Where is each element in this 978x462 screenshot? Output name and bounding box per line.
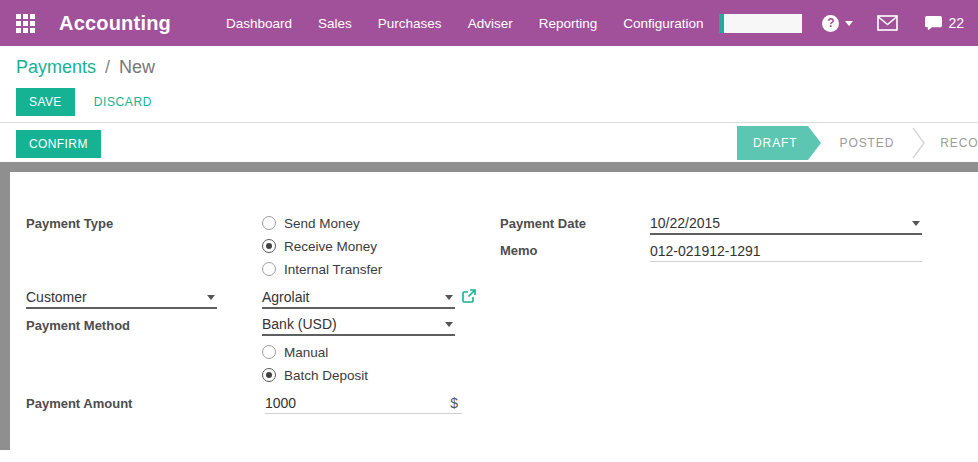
radio-icon [262,239,276,253]
payment-amount-label: Payment Amount [26,396,132,411]
status-reconciled[interactable]: RECONCILED [926,126,978,160]
breadcrumb-payments-link[interactable]: Payments [16,57,96,77]
currency-symbol: $ [450,395,458,411]
nav-item-configuration[interactable]: Configuration [610,16,716,31]
nav-item-reporting[interactable]: Reporting [526,16,611,31]
radio-icon [262,262,276,276]
journal-value: Bank (USD) [262,316,445,332]
payment-amount-value: 1000 [265,395,450,411]
help-icon: ? [822,15,839,32]
memo-label: Memo [500,243,538,258]
radio-icon [262,368,276,382]
record-action-buttons: SAVE DISCARD [16,88,152,116]
breadcrumb-separator: / [105,57,110,77]
apps-grid-icon [16,14,35,33]
dropdown-caret-icon [445,295,453,300]
radio-batch-deposit[interactable]: Batch Deposit [262,366,368,384]
payment-date-field[interactable]: 10/22/2015 [650,213,922,235]
chat-bubble-icon [924,15,943,32]
payment-method-label: Payment Method [26,318,130,333]
status-draft[interactable]: DRAFT [737,126,808,160]
messages-count: 22 [948,15,964,31]
partner-value: Agrolait [262,289,445,305]
nav-item-dashboard[interactable]: Dashboard [213,16,305,31]
radio-label: Send Money [284,216,360,231]
radio-label: Batch Deposit [284,368,368,383]
chevron-down-icon [845,21,853,26]
status-pipeline: DRAFT POSTED RECONCILED [737,126,978,160]
memo-value: 012-021912-1291 [650,243,922,259]
radio-manual[interactable]: Manual [262,343,328,361]
user-menu[interactable] [719,14,802,33]
payment-amount-field[interactable]: 1000 $ [265,392,462,414]
confirm-button[interactable]: CONFIRM [16,130,101,158]
radio-label: Receive Money [284,239,377,254]
payment-type-label: Payment Type [26,216,113,231]
external-link-icon [462,289,476,303]
payment-date-value: 10/22/2015 [650,215,912,231]
radio-icon [262,345,276,359]
control-panel: Payments / New SAVE DISCARD [0,46,978,122]
top-navbar: Accounting Dashboard Sales Purchases Adv… [0,0,978,46]
radio-label: Internal Transfer [284,262,382,277]
payment-date-label: Payment Date [500,216,586,231]
app-title: Accounting [59,12,171,35]
radio-icon [262,216,276,230]
discard-button[interactable]: DISCARD [94,95,152,109]
breadcrumb: Payments / New [16,57,155,78]
form-view-background: Payment Type Send Money Receive Money In… [0,162,978,450]
breadcrumb-current: New [119,57,155,77]
form-sheet: Payment Type Send Money Receive Money In… [10,172,978,450]
dropdown-caret-icon [912,221,920,226]
journal-select[interactable]: Bank (USD) [262,314,455,336]
nav-item-sales[interactable]: Sales [305,16,365,31]
inbox-button[interactable] [877,15,898,31]
help-menu[interactable]: ? [822,15,853,32]
apps-menu-button[interactable] [16,14,35,33]
radio-receive-money[interactable]: Receive Money [262,237,377,255]
main-menu: Dashboard Sales Purchases Adviser Report… [213,16,717,31]
radio-send-money[interactable]: Send Money [262,214,360,232]
open-partner-button[interactable] [462,289,476,307]
radio-label: Manual [284,345,328,360]
status-chevron-icon [912,126,926,160]
radio-internal-transfer[interactable]: Internal Transfer [262,260,382,278]
messages-button[interactable]: 22 [924,15,964,32]
status-posted[interactable]: POSTED [808,126,913,160]
partner-select[interactable]: Agrolait [262,287,455,309]
nav-item-purchases[interactable]: Purchases [365,16,455,31]
nav-item-adviser[interactable]: Adviser [455,16,526,31]
envelope-icon [877,15,898,31]
dropdown-caret-icon [207,295,215,300]
memo-field[interactable]: 012-021912-1291 [650,240,922,262]
partner-type-select[interactable]: Customer [26,287,217,309]
dropdown-caret-icon [445,322,453,327]
form-statusbar: CONFIRM DRAFT POSTED RECONCILED [0,122,978,162]
save-button[interactable]: SAVE [16,88,75,116]
partner-type-value: Customer [26,289,207,305]
topbar-right-tools: ? 22 [719,14,978,33]
